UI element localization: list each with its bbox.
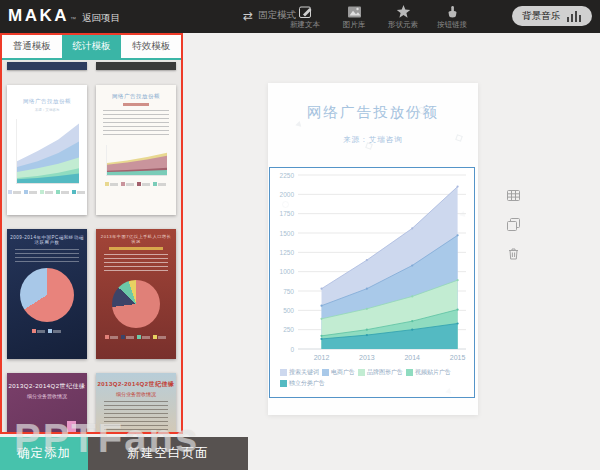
new-text-label: 新建文本	[290, 20, 320, 30]
template-thumbnail-text-sunset[interactable]: 2013Q2-2014Q2世纪佳缘 细分业务营收情况	[96, 373, 176, 432]
tab-statistic-templates[interactable]: 统计模板	[62, 35, 122, 58]
mini-legend	[7, 187, 87, 194]
background-music-label: 背景音乐	[522, 10, 560, 23]
mini-pie-chart	[112, 280, 160, 328]
confetti-decoration	[365, 142, 373, 150]
thumb-paragraph	[104, 401, 168, 431]
legend-item: 视频贴片广告	[406, 368, 451, 377]
thumb-subtitle-rule	[109, 247, 163, 250]
legend-item: 电商广告	[322, 368, 355, 377]
legend-item: 品牌图形广告	[358, 368, 403, 377]
button-link-button[interactable]: 按钮链接	[433, 3, 471, 30]
toolbar: 新建文本 图片库 形状元素 按钮链接	[286, 3, 471, 30]
button-link-icon	[445, 3, 460, 19]
main-area-chart: 0250500750100012501500175020002250201220…	[270, 168, 474, 366]
svg-text:500: 500	[283, 307, 294, 314]
legend-item: 搜索关键词	[280, 368, 319, 377]
legend-item: 独立分类广告	[280, 379, 325, 388]
image-library-icon	[347, 3, 362, 19]
equalizer-bars-icon	[566, 10, 582, 23]
design-page[interactable]: 网络广告投放份额 来源：艾瑞咨询 02505007501000125015001…	[268, 83, 478, 415]
mini-area-chart	[16, 119, 79, 184]
shape-star-icon	[396, 3, 411, 19]
image-library-label: 图片库	[343, 20, 366, 30]
maka-logo[interactable]: MAKA	[8, 6, 69, 26]
template-thumbnail-bars-purple[interactable]: 2013Q2-2014Q2世纪佳缘 细分业务营收情况	[7, 373, 87, 432]
thumb-title: 网络广告投放份额	[96, 93, 176, 100]
template-panel: 普通模板 统计模板 特效模板 网络广告投放份额 来源：艾瑞咨询 网络广告投放份额…	[0, 33, 183, 434]
mini-area-chart	[106, 145, 167, 176]
thumb-paragraph	[103, 110, 169, 138]
chart-legend: 搜索关键词电商广告品牌图形广告视频贴片广告独立分类广告	[270, 366, 476, 390]
svg-text:750: 750	[283, 288, 294, 295]
logo-tm: ™	[70, 16, 76, 22]
svg-text:2015: 2015	[450, 354, 466, 361]
thumb-subtitle: 细分业务营收情况	[7, 393, 87, 399]
confetti-decoration	[418, 107, 425, 114]
swap-arrows-icon: ⇄	[243, 10, 253, 22]
mini-legend	[96, 179, 176, 186]
new-text-button[interactable]: 新建文本	[286, 3, 324, 30]
thumb-subtitle-rule	[123, 103, 149, 106]
template-thumbnail-partial[interactable]	[96, 62, 176, 70]
svg-text:1750: 1750	[280, 210, 295, 217]
shape-elements-button[interactable]: 形状元素	[384, 3, 422, 30]
svg-text:2012: 2012	[314, 354, 330, 361]
thumb-title: 网络广告投放份额	[7, 98, 87, 105]
tab-normal-templates[interactable]: 普通模板	[2, 35, 62, 58]
thumb-title: 2013年中国7亿以上手机人口增长状况	[96, 234, 176, 244]
background-music-button[interactable]: 背景音乐	[512, 6, 592, 26]
new-text-icon	[298, 3, 313, 19]
template-thumbnail-area-light[interactable]: 网络广告投放份额 来源：艾瑞咨询	[7, 85, 87, 215]
mini-bar-chart	[16, 409, 78, 432]
template-thumbnail-area-text[interactable]: 网络广告投放份额	[96, 85, 176, 215]
shape-elements-label: 形状元素	[388, 20, 418, 30]
confirm-add-button[interactable]: 确定添加	[0, 437, 88, 470]
thumb-title: 2009-2014年中国PC端和移动端活跃用户数	[7, 235, 87, 245]
page-title[interactable]: 网络广告投放份额	[268, 103, 478, 122]
button-link-label: 按钮链接	[437, 20, 467, 30]
svg-text:0: 0	[290, 346, 294, 353]
confetti-decoration	[295, 120, 302, 126]
mini-pie-chart	[20, 268, 74, 322]
table-grid-icon[interactable]	[506, 188, 521, 203]
mini-legend	[7, 326, 87, 333]
template-tabs: 普通模板 统计模板 特效模板	[2, 35, 181, 58]
thumb-subtitle: 来源：艾瑞咨询	[7, 108, 87, 112]
template-list[interactable]: 网络广告投放份额 来源：艾瑞咨询 网络广告投放份额 2009-2014年中国PC…	[2, 60, 181, 432]
tab-effect-templates[interactable]: 特效模板	[121, 35, 181, 58]
back-to-project-link[interactable]: 返回项目	[82, 12, 120, 25]
thumb-title: 2013Q2-2014Q2世纪佳缘	[7, 382, 87, 391]
duplicate-icon[interactable]	[506, 217, 521, 232]
element-side-tools	[506, 188, 521, 261]
thumb-subtitle: 细分业务营收情况	[96, 391, 176, 397]
topbar: MAKA ™ 返回项目 ⇄ 固定模式 新建文本 图片库 形状元素	[0, 0, 600, 33]
svg-text:2013: 2013	[359, 354, 375, 361]
trash-icon[interactable]	[506, 246, 521, 261]
thumb-paragraph	[15, 249, 79, 262]
svg-text:1500: 1500	[280, 230, 295, 237]
svg-text:250: 250	[283, 326, 294, 333]
selected-chart-element[interactable]: 0250500750100012501500175020002250201220…	[269, 167, 475, 398]
svg-text:2014: 2014	[404, 354, 420, 361]
svg-text:1250: 1250	[280, 249, 295, 256]
svg-text:2000: 2000	[280, 191, 295, 198]
mini-legend	[96, 332, 176, 339]
template-thumbnail-partial[interactable]	[7, 62, 87, 70]
svg-text:2250: 2250	[280, 172, 295, 179]
svg-text:1000: 1000	[280, 268, 295, 275]
thumb-title: 2013Q2-2014Q2世纪佳缘	[96, 380, 176, 389]
thumb-paragraph	[104, 254, 168, 274]
new-blank-page-button[interactable]: 新建空白页面	[88, 437, 248, 470]
image-library-button[interactable]: 图片库	[335, 3, 373, 30]
template-thumbnail-pie-red[interactable]: 2013年中国7亿以上手机人口增长状况	[96, 229, 176, 359]
template-thumbnail-pie-navy[interactable]: 2009-2014年中国PC端和移动端活跃用户数	[7, 229, 87, 359]
